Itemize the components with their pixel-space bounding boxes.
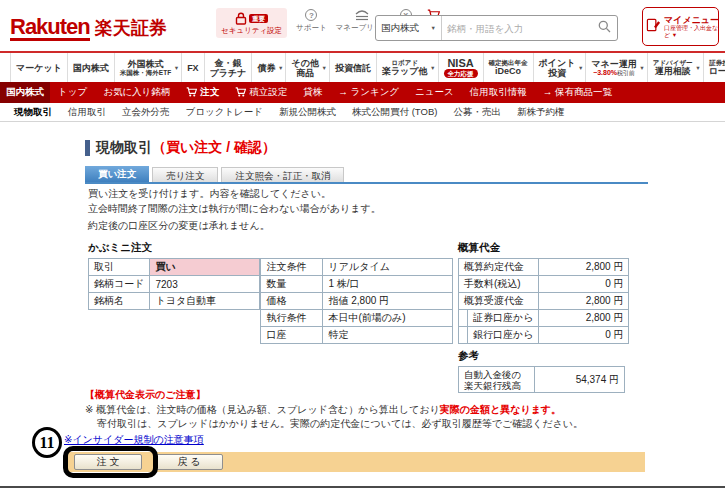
search-input[interactable] <box>442 23 598 34</box>
nav-roboad-wrap[interactable]: ロボアド楽ラップ他▼ <box>377 53 439 82</box>
table-row: 執行条件本日中(前場のみ) <box>261 310 453 327</box>
nav-mutual-funds[interactable]: 投資信託 <box>330 53 377 82</box>
table-row: 自動入金後の楽天銀行残高 54,374 円 <box>459 367 625 393</box>
my-menu-button[interactable]: マイメニュー 口座管理・入出金など ▼ <box>642 7 719 46</box>
my-menu-subtitle: 口座管理・入出金など ▼ <box>664 25 719 39</box>
execution-condition-value: 本日中(前場のみ) <box>323 310 453 327</box>
catnav-favorites[interactable]: お気に入り銘柄 <box>95 86 178 99</box>
security-settings-label: セキュリティ設定 <box>221 27 282 35</box>
from-securities-account: 2,800 円 <box>539 310 629 327</box>
nav-money-management[interactable]: マネー運用~3.80%税引前▼ <box>586 53 647 82</box>
table-row: 数量1 株/口 <box>261 276 453 293</box>
table-row: 証券口座から2,800 円 <box>459 310 629 327</box>
chevron-down-icon: ▼ <box>578 65 583 71</box>
catnav-margin-info[interactable]: 信用取引情報 <box>462 86 535 99</box>
global-nav: マーケット 国内株式 外国株式米国株・海外ETF▼ FX 金・銀プラチナ 債券▼… <box>0 53 725 82</box>
kabu-mini-order-title: かぶミニ注文 <box>88 241 453 255</box>
page-title: 現物取引（買い注文 / 確認） <box>85 139 276 157</box>
catnav-top[interactable]: トップ <box>50 86 95 99</box>
table-row: 価格指値 2,800 円 <box>261 293 453 310</box>
price-value: 指値 2,800 円 <box>323 293 453 310</box>
support-question-icon: ? <box>305 8 317 22</box>
catnav-news[interactable]: ニュース <box>407 86 462 99</box>
tab-order-inquiry[interactable]: 注文照会・訂正・取消 <box>221 167 344 182</box>
chevron-down-icon: ▼ <box>695 65 700 71</box>
nav-advisor[interactable]: アドバイザー運用相談▼ <box>648 53 704 82</box>
subnav-margin-trading[interactable]: 信用取引 <box>60 106 114 119</box>
subnav-public-offering[interactable]: 公募・売出 <box>445 106 509 119</box>
chevron-down-icon: ▼ <box>672 32 677 38</box>
chevron-down-icon: ▼ <box>174 65 179 71</box>
nav-gold-platinum[interactable]: 金・銀プラチナ <box>205 53 253 82</box>
back-button[interactable]: 戻 る <box>155 454 223 470</box>
table-row: 口座特定 <box>261 327 453 344</box>
nav-bonds[interactable]: 債券▼ <box>252 53 286 82</box>
stock-name-value: トヨタ自動車 <box>150 293 260 310</box>
chevron-down-icon: ▼ <box>639 65 644 71</box>
from-bank-account: 0 円 <box>539 327 629 344</box>
catnav-order[interactable]: 注文 <box>178 86 227 99</box>
table-row: 銘柄名トヨタ自動車 <box>89 293 260 310</box>
nav-securities-loan[interactable]: 証券担保ローン <box>704 53 725 82</box>
catnav-accumulation[interactable]: 積立設定 <box>227 86 295 99</box>
cart-icon <box>235 87 246 99</box>
category-nav-bar: 国内株式 トップ お気に入り銘柄 注文 積立設定 貸株 → ランキング ニュース… <box>0 82 725 103</box>
estimated-amount-table: 概算約定代金2,800 円 手数料(税込)0 円 概算受渡代金2,800 円 証… <box>458 258 629 344</box>
nav-fx[interactable]: FX <box>182 53 205 82</box>
search-category-select[interactable]: 国内株式 ▼ <box>376 16 442 40</box>
support-link[interactable]: ? サポート <box>296 8 327 32</box>
search-icon[interactable] <box>598 19 611 37</box>
table-row: 銘柄コード7203 <box>89 276 260 293</box>
subnav-tob[interactable]: 株式公開買付 (TOB) <box>344 106 445 119</box>
insider-regulation-link[interactable]: ※インサイダー規制の注意事項 <box>64 433 204 447</box>
estimate-notice-line-2: 寄付取引は、スプレッドはかかりません。実際の約定代金については、必ず取引履歴等で… <box>97 417 583 431</box>
reference-title: 参考 <box>458 349 629 363</box>
order-condition-value: リアルタイム <box>323 259 453 276</box>
estimated-settlement-amount: 2,800 円 <box>539 293 629 310</box>
annotation-step-number: 11 <box>32 427 62 458</box>
nav-market[interactable]: マーケット <box>10 53 68 82</box>
table-row: 手数料(税込)0 円 <box>459 276 629 293</box>
site-header: Rakuten 楽天証券 重要 セキュリティ設定 ? サポート <box>0 0 725 53</box>
category-current-domestic[interactable]: 国内株式 <box>0 82 50 103</box>
bottom-divider <box>0 486 725 488</box>
security-settings-link[interactable]: 重要 セキュリティ設定 <box>216 8 287 38</box>
subnav-offhours-sale[interactable]: 立会外分売 <box>114 106 178 119</box>
tab-sell-order[interactable]: 売り注文 <box>152 167 218 182</box>
chevron-down-icon: ▼ <box>321 65 326 71</box>
nav-foreign-stocks[interactable]: 外国株式米国株・海外ETF▼ <box>115 53 182 82</box>
catnav-ranking[interactable]: → ランキング <box>330 86 407 99</box>
catnav-holdings-list[interactable]: → 保有商品一覧 <box>535 86 620 99</box>
order-submit-button[interactable]: 注 文 <box>74 454 142 470</box>
page-title-sub: （買い注文 / 確認） <box>152 139 276 155</box>
chevron-down-icon: ▼ <box>430 65 435 71</box>
page-title-main: 現物取引 <box>96 139 152 155</box>
trade-side-value: 買い <box>150 259 260 276</box>
tab-buy-order[interactable]: 買い注文 <box>85 166 149 182</box>
quantity-value: 1 株/口 <box>323 276 453 293</box>
support-label: サポート <box>296 24 327 32</box>
estimated-amount-section: 概算代金 概算約定代金2,800 円 手数料(税込)0 円 概算受渡代金2,80… <box>458 241 629 393</box>
title-accent-bar <box>85 140 90 156</box>
nav-domestic-stocks[interactable]: 国内株式 <box>68 53 115 82</box>
estimated-contract-amount: 2,800 円 <box>539 259 629 276</box>
rakuten-logo[interactable]: Rakuten 楽天証券 <box>10 16 167 41</box>
subnav-ipo[interactable]: 新規公開株式 <box>271 106 344 119</box>
sub-nav: 現物取引 信用取引 立会外分売 ブロックトレード 新規公開株式 株式公開買付 (… <box>0 103 725 122</box>
nav-ideco[interactable]: 確定拠出年金iDeCo <box>484 53 534 82</box>
nav-nisa[interactable]: NISA全力応援 <box>439 53 484 82</box>
table-row: 注文条件リアルタイム <box>261 259 453 276</box>
nav-other-products[interactable]: その他商品▼ <box>286 53 329 82</box>
chevron-down-icon: ▼ <box>431 25 436 31</box>
catnav-stock-lending[interactable]: 貸株 <box>295 86 330 99</box>
subnav-block-trade[interactable]: ブロックトレード <box>178 106 272 119</box>
rakuten-bank-balance: 54,374 円 <box>535 367 625 393</box>
nav-point-investment[interactable]: ポイント投資▼ <box>534 53 587 82</box>
order-right-table: 注文条件リアルタイム 数量1 株/口 価格指値 2,800 円 執行条件本日中(… <box>260 258 453 344</box>
order-left-table: 取引買い 銘柄コード7203 銘柄名トヨタ自動車 <box>88 258 260 310</box>
table-row: 銀行口座から0 円 <box>459 327 629 344</box>
subnav-warrants[interactable]: 新株予約権 <box>509 106 573 119</box>
subnav-cash-trading[interactable]: 現物取引 <box>6 106 60 119</box>
stock-code-value: 7203 <box>150 276 260 293</box>
action-button-bar: 注 文 戻 る <box>65 452 645 472</box>
